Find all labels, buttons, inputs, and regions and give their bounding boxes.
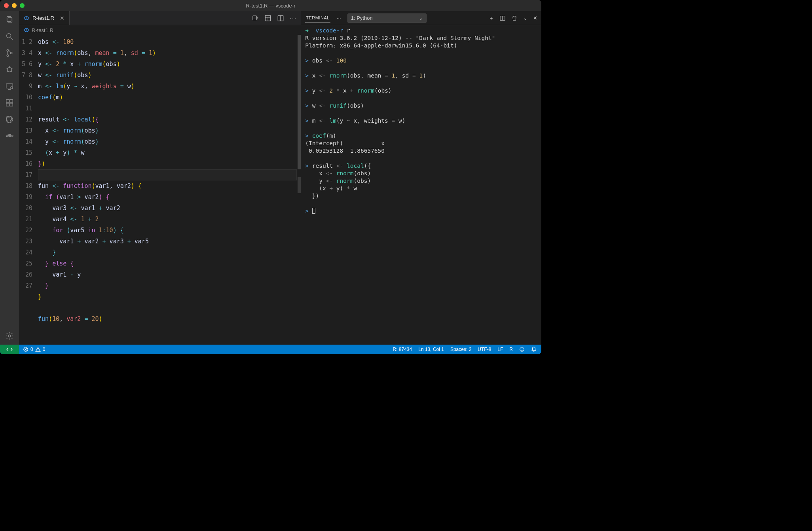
source-control-icon[interactable] — [5, 48, 14, 58]
svg-rect-17 — [6, 103, 9, 106]
svg-rect-18 — [10, 103, 13, 106]
titlebar: R-test1.R — vscode-r — [0, 0, 541, 11]
svg-rect-13 — [6, 84, 13, 88]
svg-rect-24 — [8, 134, 9, 135]
code-editor[interactable]: 1 2 3 4 5 6 7 8 9 10 11 12 13 14 15 16 1… — [19, 35, 301, 345]
trash-icon[interactable] — [511, 15, 518, 21]
svg-point-4 — [7, 49, 9, 51]
search-icon[interactable] — [5, 32, 14, 41]
window-title: R-test1.R — vscode-r — [0, 3, 541, 9]
tab-r-test1[interactable]: R R-test1.R ✕ — [19, 11, 70, 25]
svg-text:R: R — [26, 17, 27, 19]
editor-group: R R-test1.R ✕ ··· R R-test1.R — [19, 11, 301, 345]
editor-scrollbar[interactable] — [298, 35, 301, 345]
svg-rect-16 — [6, 100, 9, 102]
terminal-selector[interactable]: 1: Python ⌄ — [347, 13, 427, 23]
settings-gear-icon[interactable] — [5, 331, 14, 341]
split-editor-icon[interactable] — [277, 15, 284, 22]
github-icon[interactable] — [5, 115, 14, 124]
r-file-icon: R — [24, 27, 29, 33]
explorer-icon[interactable] — [5, 15, 14, 25]
status-cursor-pos[interactable]: Ln 13, Col 1 — [418, 347, 444, 352]
svg-text:R: R — [26, 29, 27, 31]
status-language[interactable]: R — [509, 347, 513, 352]
line-gutter: 1 2 3 4 5 6 7 8 9 10 11 12 13 14 15 16 1… — [19, 35, 38, 345]
status-indent[interactable]: Spaces: 2 — [450, 347, 471, 352]
status-encoding[interactable]: UTF-8 — [478, 347, 491, 352]
remote-indicator[interactable] — [0, 345, 19, 354]
extensions-icon[interactable] — [5, 98, 14, 108]
close-icon[interactable]: ✕ — [60, 15, 65, 21]
statusbar: 0 0 R: 87434 Ln 13, Col 1 Spaces: 2 UTF-… — [0, 345, 541, 354]
svg-point-2 — [7, 34, 11, 38]
breadcrumb-file: R-test1.R — [32, 27, 53, 33]
svg-rect-29 — [253, 16, 256, 20]
status-feedback-icon[interactable] — [519, 347, 525, 352]
svg-rect-0 — [7, 17, 11, 22]
panel-tabs: TERMINAL ··· 1: Python ⌄ ＋ ⌄ ✕ — [301, 11, 541, 25]
run-code-icon[interactable] — [252, 15, 259, 22]
chevron-down-icon[interactable]: ⌄ — [523, 15, 527, 21]
activitybar — [0, 11, 19, 345]
remote-explorer-icon[interactable] — [5, 82, 14, 91]
status-r-memory[interactable]: R: 87434 — [393, 347, 412, 352]
vscode-window: R-test1.R — vscode-r R R-test1.R — [0, 0, 541, 354]
terminal-cursor — [312, 208, 315, 214]
docker-icon[interactable] — [5, 131, 14, 141]
svg-point-15 — [11, 87, 13, 89]
more-icon[interactable]: ··· — [337, 15, 341, 21]
editor-tabs: R R-test1.R ✕ ··· — [19, 11, 301, 25]
status-problems[interactable]: 0 0 — [23, 347, 45, 352]
status-bell-icon[interactable] — [531, 347, 537, 352]
chevron-down-icon: ⌄ — [419, 15, 423, 21]
code-content[interactable]: obs <- 100 x <- rnorm(obs, mean = 1, sd … — [38, 35, 298, 345]
svg-point-5 — [7, 55, 9, 57]
svg-rect-19 — [10, 100, 13, 102]
new-terminal-icon[interactable]: ＋ — [489, 15, 494, 22]
svg-line-12 — [11, 71, 12, 72]
svg-line-11 — [7, 71, 8, 72]
svg-rect-25 — [9, 134, 11, 135]
preview-icon[interactable] — [264, 15, 271, 22]
status-eol[interactable]: LF — [497, 347, 503, 352]
split-terminal-icon[interactable] — [499, 15, 506, 21]
panel-group: TERMINAL ··· 1: Python ⌄ ＋ ⌄ ✕ ➜ vscode-… — [301, 11, 541, 345]
debug-icon[interactable] — [5, 65, 14, 74]
more-icon[interactable]: ··· — [290, 15, 297, 22]
terminal-output[interactable]: ➜ vscode-r r R version 3.6.2 (2019-12-12… — [301, 25, 541, 345]
terminal-selector-label: 1: Python — [351, 15, 373, 21]
svg-point-26 — [8, 335, 11, 337]
terminal-tab[interactable]: TERMINAL — [305, 13, 330, 23]
r-file-icon: R — [24, 15, 29, 21]
svg-rect-1 — [8, 18, 12, 23]
tab-label: R-test1.R — [32, 15, 54, 21]
breadcrumb[interactable]: R R-test1.R — [19, 25, 301, 35]
svg-point-43 — [520, 347, 524, 352]
close-panel-icon[interactable]: ✕ — [533, 15, 537, 21]
svg-rect-30 — [266, 15, 271, 21]
svg-line-3 — [11, 38, 13, 40]
